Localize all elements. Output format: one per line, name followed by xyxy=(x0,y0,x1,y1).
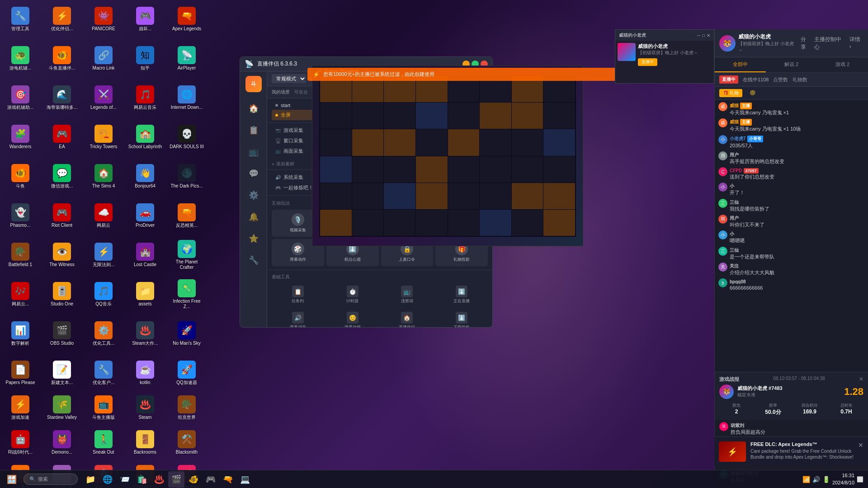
desktop-icon-14[interactable]: 🌐 Internet Down... xyxy=(169,81,205,115)
taskbar-clock[interactable]: 16:31 2024/8/10 xyxy=(832,472,854,486)
desktop-icon-4[interactable]: 🔫 Apex Legends xyxy=(169,2,205,36)
desktop-icon-37[interactable]: 🎵 QQ音乐 xyxy=(85,277,122,311)
desktop-icon-30[interactable]: 🪖 Battlefield 1 xyxy=(2,238,38,272)
desktop-icon-25[interactable]: 👻 Phasmo... xyxy=(2,199,38,233)
rp-tab-game[interactable]: 游戏 2 xyxy=(817,57,868,72)
rp-share-btn[interactable]: 分享 xyxy=(801,36,811,51)
taskbar-app-mail[interactable]: 📨 xyxy=(117,471,133,488)
nav-home[interactable]: 🏠 xyxy=(245,99,263,117)
desktop-icon-13[interactable]: 🎵 网易云音乐 xyxy=(127,81,163,115)
taskbar-app-terminal[interactable]: 💻 xyxy=(237,471,253,488)
gift-btn[interactable]: 🎁 礼物 xyxy=(719,89,742,97)
tool-companion[interactable]: 🏠 直播伴侣 xyxy=(381,309,434,328)
desktop-icon-9[interactable]: 📡 AirPlayer xyxy=(169,42,205,75)
nav-star[interactable]: ⭐ xyxy=(245,230,263,248)
desktop-icon-43[interactable]: ♨️ Steam大作... xyxy=(127,317,163,351)
desktop-icon-8[interactable]: 知 知乎 xyxy=(127,42,163,75)
taskbar-search[interactable]: 🔍 搜索 xyxy=(24,474,78,485)
desktop-icon-16[interactable]: 🎮 EA xyxy=(44,120,80,154)
desktop-icon-56[interactable]: 👹 Demono... xyxy=(44,426,80,460)
desktop-icon-45[interactable]: 📄 Papers Please xyxy=(2,356,38,390)
desktop-icon-22[interactable]: 🏠 The Sims 4 xyxy=(85,160,122,193)
desktop-icon-33[interactable]: 🏰 Lost Castle xyxy=(127,238,163,272)
desktop-icon-15[interactable]: 🧩 Wanderers xyxy=(2,120,38,154)
desktop-icon-18[interactable]: 🏫 School Labyrinth xyxy=(127,120,163,154)
desktop-icon-34[interactable]: 🌍 The Planet Crafter xyxy=(169,238,205,272)
desktop-icon-3[interactable]: 🎮 崩坏... xyxy=(127,2,163,36)
desktop-icon-38[interactable]: 📁 assets xyxy=(127,277,163,311)
taskbar-app-obs[interactable]: 🎬 xyxy=(168,471,184,488)
desktop-icon-11[interactable]: 🌊 海带装哪特多... xyxy=(44,81,80,115)
desktop-icon-35[interactable]: 🎶 网易云... xyxy=(2,277,38,311)
tool-ban[interactable]: 📺 违禁词 xyxy=(381,283,434,307)
nav-tools[interactable]: 🔧 xyxy=(245,251,263,269)
desktop-icon-29[interactable]: 🔫 反恐精英... xyxy=(169,199,205,233)
desktop-icon-52[interactable]: 📺 斗鱼主播版 xyxy=(85,391,122,425)
taskbar-app-douyu[interactable]: 🐠 xyxy=(185,471,202,488)
desktop-icon-58[interactable]: 🚪 Backrooms xyxy=(127,426,163,460)
desktop-icon-17[interactable]: 🏗️ Tricky Towers xyxy=(85,120,122,154)
rp-more-btn[interactable]: 详情 › xyxy=(849,36,863,51)
mini-live-btn[interactable]: 直播中 xyxy=(638,58,657,66)
taskbar-app-game1[interactable]: 🎮 xyxy=(203,471,219,488)
desktop-icon-7[interactable]: 🔗 Macro Link xyxy=(85,42,122,75)
rp-tab-all[interactable]: 全部中 xyxy=(715,57,766,72)
nav-settings[interactable]: ⚙️ xyxy=(245,186,263,204)
mini-close-btn[interactable]: ✕ xyxy=(707,33,710,38)
desktop-icon-41[interactable]: 🎬 OBS Studio xyxy=(44,317,80,351)
desktop-icon-53[interactable]: ♨️ Steam xyxy=(127,391,163,425)
taskbar-app-game2[interactable]: 🔫 xyxy=(220,471,236,488)
tray-network[interactable]: 📶 xyxy=(802,476,810,483)
desktop-icon-39[interactable]: 🦠 Infection Free Z... xyxy=(169,277,205,311)
desktop-icon-54[interactable]: 🪖 坦克世界 xyxy=(169,391,205,425)
desktop-icon-44[interactable]: 🚀 No Man's Sky xyxy=(169,317,205,351)
desktop-icon-12[interactable]: ⚔️ Legends of... xyxy=(85,81,122,115)
start-button[interactable]: 🪟 xyxy=(5,472,19,487)
taskbar-app-store[interactable]: 🛍️ xyxy=(134,471,150,488)
desktop-icon-59[interactable]: ⚒️ Blacksmith xyxy=(169,426,205,460)
taskbar-app-explorer[interactable]: 📁 xyxy=(82,471,99,488)
tool-task[interactable]: 📋 任务列 xyxy=(272,283,324,307)
desktop-icon-46[interactable]: 📝 新建文本... xyxy=(44,356,80,390)
tool-live[interactable]: ⬇️ 正在直播 xyxy=(435,283,488,307)
rp-center-btn[interactable]: 主播控制中心 xyxy=(814,36,847,51)
game-stats-close[interactable]: ✕ xyxy=(859,376,863,383)
desktop-icon-49[interactable]: 🚀 QQ加速器 xyxy=(169,356,205,390)
desktop-icon-20[interactable]: 🐠 斗鱼 xyxy=(2,160,38,193)
desktop-icon-32[interactable]: ⚡ 无限法则... xyxy=(85,238,122,272)
desktop-icon-19[interactable]: 💀 DARK SOULS III xyxy=(169,120,205,154)
desktop-icon-24[interactable]: 🌑 The Dark Pics... xyxy=(169,160,205,193)
desktop-icon-1[interactable]: ⚡ 优化伴侣... xyxy=(44,2,80,36)
desktop-icon-36[interactable]: 🎚️ Studio One xyxy=(44,277,80,311)
taskbar-app-steam[interactable]: ♨️ xyxy=(151,471,167,488)
desktop-icon-40[interactable]: 📊 数字解析 xyxy=(2,317,38,351)
nav-bell[interactable]: 🔔 xyxy=(245,208,263,226)
desktop-icon-51[interactable]: 🌾 Stardew Valley xyxy=(44,391,80,425)
mode-select[interactable]: 常规模式 xyxy=(272,74,306,83)
tool-danmu[interactable]: 🔊 弹幕消息 xyxy=(272,309,324,328)
desktop-icon-55[interactable]: 🤖 RI战6时代... xyxy=(2,426,38,460)
tray-show-desktop[interactable]: ⬜ xyxy=(857,476,863,483)
mini-minimize-btn[interactable]: ─ xyxy=(697,33,700,38)
nav-chat[interactable]: 💬 xyxy=(245,164,263,183)
desktop-icon-5[interactable]: 🐢 游龟机辅... xyxy=(2,42,38,75)
desktop-icon-2[interactable]: 👾 PANICORE xyxy=(85,2,122,36)
tool-animate[interactable]: 😊 弹幕动画 xyxy=(326,309,379,328)
desktop-icon-28[interactable]: 🚗 ProDriver xyxy=(127,199,163,233)
desktop-icon-48[interactable]: ☕ kotlin xyxy=(127,356,163,390)
desktop-icon-0[interactable]: 🔧 管理工具 xyxy=(2,2,38,36)
desktop-icon-27[interactable]: ☁️ 网易云 xyxy=(85,199,122,233)
tray-battery[interactable]: 🔋 xyxy=(822,476,830,483)
desktop-icon-47[interactable]: 🔧 优化客户... xyxy=(85,356,122,390)
taskbar-app-edge[interactable]: 🌐 xyxy=(99,471,116,488)
desktop-icon-26[interactable]: 🎮 Riot Client xyxy=(44,199,80,233)
desktop-icon-42[interactable]: ⚙️ 优化工具... xyxy=(85,317,122,351)
desktop-icon-31[interactable]: 👁️ The Witness xyxy=(44,238,80,272)
desktop-icon-10[interactable]: 🎯 游戏机辅助... xyxy=(2,81,38,115)
emoticon-btn[interactable]: 😊 xyxy=(746,89,760,97)
nav-monitor[interactable]: 📺 xyxy=(245,143,263,161)
rp-tab-commentary[interactable]: 解说 2 xyxy=(766,57,817,72)
desktop-icon-50[interactable]: ⚡ 游戏加速 xyxy=(2,391,38,425)
desktop-icon-6[interactable]: 🐠 斗鱼直播伴... xyxy=(44,42,80,75)
desktop-icon-23[interactable]: 👋 Bonjour64 xyxy=(127,160,163,193)
